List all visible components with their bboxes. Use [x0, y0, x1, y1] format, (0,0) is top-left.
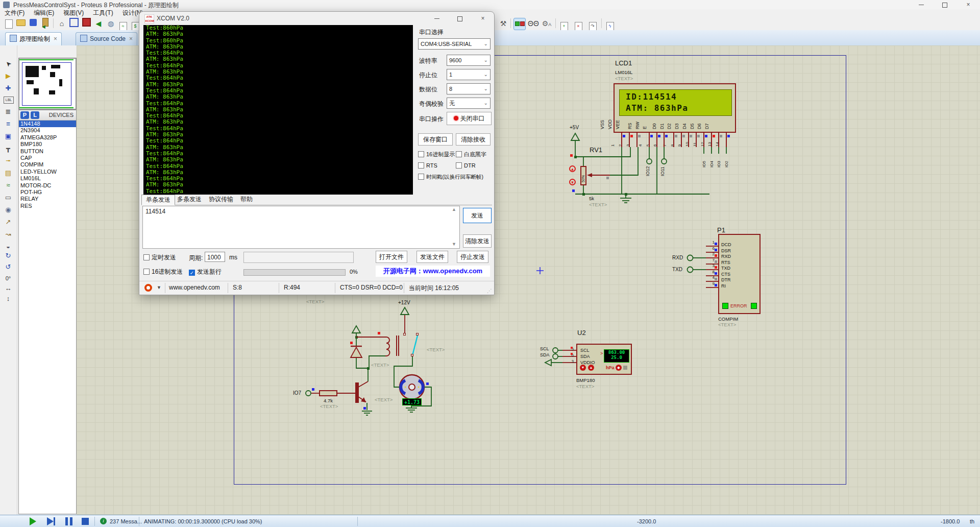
device-list-item[interactable]: POT-HG	[19, 189, 76, 196]
device-list-item[interactable]: 1N4148	[19, 121, 76, 127]
tab-close-icon[interactable]: ×	[129, 33, 133, 45]
tab-source-code[interactable]: Source Code×	[76, 32, 137, 45]
pause-button[interactable]	[65, 517, 74, 525]
current-probe-mode-icon[interactable]: ↝	[3, 229, 14, 239]
close-port-button[interactable]: 关闭串口	[447, 112, 492, 125]
openedv-link[interactable]: 开源电子网：www.openedv.com	[376, 266, 490, 277]
rv1-decrease-button[interactable]: ▼	[569, 179, 576, 185]
graph-mode-icon[interactable]: ▤	[3, 168, 14, 178]
new-sheet-icon[interactable]: +	[558, 18, 570, 29]
hex-display-checkbox[interactable]: 16进制显示	[418, 151, 455, 158]
tab-protocol[interactable]: 协议传输	[205, 195, 237, 204]
timestamp-checkbox[interactable]: 时间戳(以换行回车断帧)	[418, 173, 483, 180]
rv1-increase-button[interactable]: ▲	[569, 165, 576, 172]
tab-schematic[interactable]: 原理图绘制×	[5, 32, 62, 45]
component-mode-icon[interactable]: ▶	[3, 71, 14, 81]
message-count[interactable]: 237 Messa...	[110, 518, 142, 524]
dtr-checkbox[interactable]: DTR	[456, 162, 476, 169]
info-icon[interactable]: i	[100, 518, 107, 524]
close-button[interactable]: ×	[957, 0, 980, 9]
stopbits-select[interactable]: 1⌄	[447, 69, 491, 80]
hex-send-checkbox[interactable]: 16进制发送	[143, 268, 183, 275]
property-assign-icon[interactable]: ⚙A	[541, 18, 552, 29]
search-binoculars-icon[interactable]: ΘΘ	[528, 18, 539, 29]
resistor-r1[interactable]	[319, 390, 337, 396]
device-list-item[interactable]: LED-YELLOW	[19, 169, 76, 175]
rotate-anticlockwise-icon[interactable]: ↺	[3, 262, 14, 272]
import-icon[interactable]: ◄	[40, 18, 51, 29]
xcom-window[interactable]: ATKXCOM XCOM V2.0 × Test:860hPaATM: 863h…	[139, 11, 495, 295]
design-flow-icon[interactable]	[513, 18, 526, 30]
y-mirror-icon[interactable]: ↕	[3, 294, 14, 304]
stop-send-button[interactable]: 停止发送	[457, 251, 488, 263]
minimize-button[interactable]	[910, 0, 933, 9]
file-path-input[interactable]	[243, 252, 354, 263]
tab-single-send[interactable]: 单条发送	[141, 195, 175, 205]
tab-help[interactable]: 帮助	[236, 195, 257, 204]
home-icon[interactable]: ⌂	[56, 18, 67, 29]
junction-mode-icon[interactable]: ✚	[3, 83, 14, 93]
schematic-sheet-icon[interactable]	[68, 18, 80, 29]
parity-select[interactable]: 无⌄	[447, 98, 491, 109]
simulation-graph-icon[interactable]: ≈	[3, 180, 14, 190]
timed-send-checkbox[interactable]: 定时发送	[143, 254, 176, 261]
terminal-mode-icon[interactable]: ┳	[3, 143, 14, 154]
serial-terminal[interactable]: Test:860hPaATM: 863hPaTest:860hPaATM: 86…	[143, 25, 413, 195]
device-list-item[interactable]: ATMEGA328P	[19, 134, 76, 141]
bus-mode-icon[interactable]: =	[3, 119, 14, 129]
device-list-item[interactable]: RES	[19, 203, 76, 209]
open-file-button[interactable]: 打开文件	[376, 251, 407, 263]
clear-send-button[interactable]: 清除发送	[463, 234, 492, 248]
port-select[interactable]: COM4:USB-SERIAL⌄	[418, 38, 491, 50]
3d-view-icon[interactable]: ◀	[93, 18, 104, 29]
bmp180-decrease-button[interactable]: ▼	[580, 365, 586, 371]
subcircuit-mode-icon[interactable]: ▣	[3, 131, 14, 141]
device-list-item[interactable]: COMPIM	[19, 161, 76, 168]
tab-multi-send[interactable]: 多条发送	[173, 195, 206, 204]
remove-sheet-icon[interactable]: ×	[573, 18, 584, 29]
lcd-component[interactable]: ID:114514 ATM: 863hPa VSSVDDVEERSRWED0D1…	[614, 83, 736, 155]
rts-checkbox[interactable]: RTS	[418, 162, 437, 169]
white-bg-checkbox[interactable]: 白底黑字	[456, 151, 486, 158]
pick-devices-button[interactable]: P	[20, 111, 29, 119]
open-folder-icon[interactable]	[15, 18, 27, 29]
overview-minimap[interactable]	[18, 58, 77, 110]
rotate-clockwise-icon[interactable]: ↻	[3, 251, 14, 261]
device-list-item[interactable]: BMP180	[19, 141, 76, 148]
ares-globe-icon[interactable]: ◍	[105, 18, 116, 29]
restore-button[interactable]	[933, 0, 957, 9]
period-input[interactable]: 1000	[205, 252, 225, 262]
resize-grip[interactable]: ⋰	[487, 288, 492, 294]
menu-item[interactable]: 视图(V)	[59, 9, 88, 17]
design-explorer-icon[interactable]: ≈	[117, 18, 129, 29]
device-list-item[interactable]: RELAY	[19, 196, 76, 202]
new-file-icon[interactable]	[3, 18, 14, 29]
device-list-item[interactable]: LM016L	[19, 175, 76, 182]
property-tool-icon[interactable]: ⚒	[498, 18, 509, 29]
send-button[interactable]: 发送	[463, 208, 492, 223]
send-textarea[interactable]: 114514	[142, 206, 460, 249]
scroll-up-icon[interactable]: ▲	[452, 207, 456, 212]
device-list-item[interactable]: BUTTON	[19, 148, 76, 155]
save-icon[interactable]	[28, 18, 39, 29]
bmp180-component[interactable]: SCLSDAVDDIO 863.00 25.0 > ▼ ▲ hPa ◆	[576, 344, 632, 375]
bmp180-mode-button[interactable]: ◆	[616, 365, 622, 371]
clear-receive-button[interactable]: 清除接收	[456, 133, 491, 146]
virtual-instruments-icon[interactable]: ◒	[3, 242, 14, 252]
pcb-chip-icon[interactable]	[81, 18, 92, 29]
device-list-item[interactable]: CAP	[19, 155, 76, 161]
xcom-minimize-button[interactable]	[425, 14, 449, 23]
text-script-mode-icon[interactable]: ≣	[3, 107, 14, 117]
device-list-item[interactable]: 2N3904	[19, 127, 76, 134]
xcom-close-button[interactable]: ×	[471, 14, 495, 23]
tab-close-icon[interactable]: ×	[54, 33, 57, 45]
bmp180-increase-button[interactable]: ▲	[588, 365, 594, 371]
xcom-maximize-button[interactable]	[448, 14, 472, 23]
menu-item[interactable]: 工具(T)	[88, 9, 117, 17]
selection-mode-icon[interactable]: ➤	[3, 59, 14, 69]
electrical-check-icon[interactable]: ϟ	[604, 18, 616, 29]
voltage-probe-mode-icon[interactable]: ↗	[3, 217, 14, 227]
x-mirror-icon[interactable]: ↔	[3, 283, 14, 294]
tape-recorder-mode-icon[interactable]: ▭	[3, 193, 14, 203]
scroll-down-icon[interactable]: ▼	[452, 242, 456, 247]
